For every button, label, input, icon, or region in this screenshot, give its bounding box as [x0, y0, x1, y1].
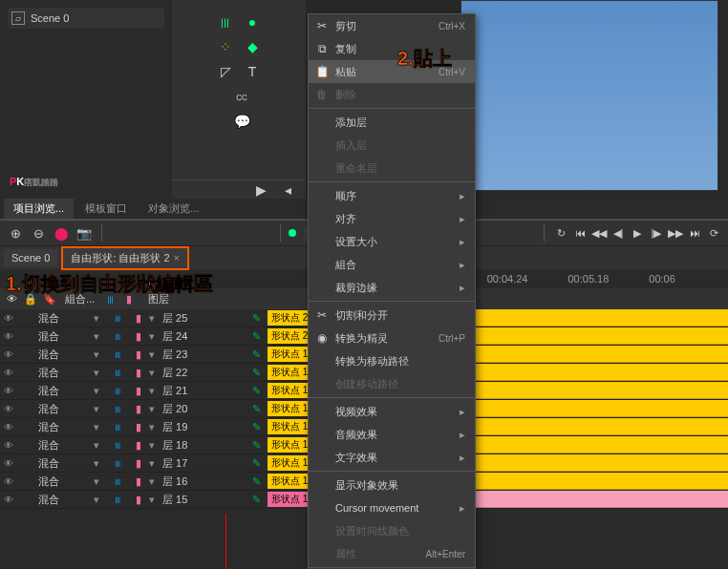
menu-crop-edges[interactable]: 裁剪边缘▸ [309, 276, 475, 299]
diamond-tool-icon[interactable]: ◆ [242, 36, 263, 57]
rewind-button[interactable]: ◀◀ [590, 224, 608, 242]
bar-icon[interactable]: ▮ [132, 439, 145, 452]
chevron-down-icon[interactable]: ▾ [90, 475, 103, 488]
eye-icon[interactable]: 👁 [0, 476, 17, 487]
blend-mode[interactable]: 混合 [34, 402, 90, 416]
tab-project[interactable]: 项目浏览... [4, 199, 74, 219]
bar-icon[interactable]: ▮ [132, 385, 145, 397]
menu-delete[interactable]: 🗑删除 [309, 83, 475, 106]
blend-mode[interactable]: 混合 [34, 329, 90, 344]
menu-split[interactable]: ✂切割和分开 [309, 304, 475, 327]
chevron-down-icon[interactable]: ▾ [145, 475, 159, 488]
eye-icon[interactable]: 👁 [0, 495, 17, 505]
wave-icon[interactable]: ⫼ [103, 368, 132, 377]
loop-button[interactable]: ↻ [552, 224, 569, 242]
chat-tool-icon[interactable]: 💬 [231, 111, 252, 132]
chevron-down-icon[interactable]: ▾ [90, 330, 103, 343]
menu-video-fx[interactable]: 视频效果▸ [309, 400, 475, 423]
eye-icon[interactable]: 👁 [0, 422, 17, 432]
eye-icon[interactable]: 👁 [0, 440, 17, 451]
chevron-down-icon[interactable]: ▾ [145, 494, 159, 506]
chevron-down-icon[interactable]: ▾ [145, 348, 159, 361]
chevron-down-icon[interactable]: ▾ [90, 312, 103, 325]
menu-text-fx[interactable]: 文字效果▸ [309, 446, 475, 469]
chevron-down-icon[interactable]: ▾ [90, 367, 103, 379]
menu-rename-layer[interactable]: 重命名层 [309, 157, 475, 179]
wave-icon[interactable]: ⫼ [103, 386, 132, 395]
step-fwd-button[interactable]: |▶ [648, 224, 665, 242]
menu-insert-layer[interactable]: 插入层 [309, 134, 475, 157]
menu-to-path[interactable]: 转换为移动路径 [309, 349, 475, 372]
record-button[interactable]: ⬤ [52, 223, 71, 242]
equalizer-icon[interactable]: ⫼ [215, 11, 236, 32]
menu-audio-fx[interactable]: 音频效果▸ [309, 423, 475, 446]
bar-icon[interactable]: ▮ [132, 457, 145, 470]
blend-mode[interactable]: 混合 [34, 366, 90, 380]
blend-mode[interactable]: 混合 [34, 438, 90, 453]
blend-mode[interactable]: 混合 [34, 311, 90, 326]
remove-button[interactable]: ⊖ [29, 223, 48, 242]
bar-icon[interactable]: ▮ [132, 421, 145, 433]
bar-icon[interactable]: ▮ [132, 312, 145, 325]
bar-icon[interactable]: ▮ [132, 330, 145, 343]
chevron-down-icon[interactable]: ▾ [145, 457, 159, 470]
scene-tab-0[interactable]: Scene 0 [4, 249, 57, 266]
menu-create-path[interactable]: 创建移动路径 [309, 372, 475, 395]
wave-icon[interactable]: ⫼ [103, 349, 132, 359]
play-button[interactable]: ▶ [629, 224, 646, 242]
blend-mode[interactable]: 混合 [34, 456, 90, 471]
tab-template[interactable]: 模板窗口 [75, 199, 137, 219]
bar-icon[interactable]: ▮ [132, 348, 145, 361]
blend-mode[interactable]: 混合 [34, 348, 90, 362]
bar-icon[interactable]: ▮ [132, 403, 145, 415]
close-icon[interactable]: × [174, 253, 180, 263]
blend-mode[interactable]: 混合 [34, 384, 90, 398]
chevron-down-icon[interactable]: ▾ [90, 457, 103, 470]
menu-to-sprite[interactable]: ◉转换为精灵Ctrl+P [309, 327, 475, 349]
triangle-icon[interactable]: ◸ [215, 61, 236, 82]
chevron-down-icon[interactable]: ▾ [90, 403, 103, 415]
bar-icon[interactable]: ▮ [132, 475, 145, 488]
bar-icon[interactable]: ▮ [132, 494, 145, 506]
chevron-left-icon[interactable]: ◂ [277, 179, 298, 200]
step-back-button[interactable]: ◀| [610, 224, 627, 242]
menu-combine[interactable]: 組合▸ [309, 253, 475, 276]
menu-properties[interactable]: 属性Alt+Enter [309, 542, 475, 565]
chevron-down-icon[interactable]: ▾ [145, 439, 159, 452]
eye-icon[interactable]: 👁 [0, 386, 17, 396]
scene-tab-freeform[interactable]: 自由形状: 自由形状 2 × [61, 246, 188, 270]
skip-end-button[interactable]: ⏭ [686, 224, 703, 242]
wave-icon[interactable]: ⫼ [103, 313, 132, 323]
wave-icon[interactable]: ⫼ [103, 440, 132, 450]
menu-cursor[interactable]: Cursor movement▸ [309, 496, 475, 519]
menu-cut[interactable]: ✂剪切Ctrl+X [309, 14, 475, 37]
wave-icon[interactable]: ⫼ [103, 458, 132, 468]
eye-icon[interactable]: 👁 [0, 404, 17, 414]
menu-show-fx[interactable]: 显示对象效果 [309, 474, 475, 496]
chevron-down-icon[interactable]: ▾ [90, 348, 103, 361]
skip-start-button[interactable]: ⏮ [571, 224, 589, 242]
blend-mode[interactable]: 混合 [34, 493, 90, 507]
add-button[interactable]: ⊕ [6, 223, 25, 242]
chevron-down-icon[interactable]: ▾ [90, 385, 103, 397]
text-tool-icon[interactable]: T [242, 61, 263, 82]
chevron-down-icon[interactable]: ▾ [145, 312, 159, 325]
scene-item[interactable]: ▱ Scene 0 [8, 8, 164, 29]
tab-object[interactable]: 对象浏览... [139, 199, 208, 219]
eye-icon[interactable]: 👁 [0, 313, 17, 324]
dots-icon[interactable]: ⁘ [215, 36, 236, 57]
menu-align[interactable]: 对齐▸ [309, 207, 475, 230]
chevron-down-icon[interactable]: ▾ [90, 494, 103, 506]
chevron-down-icon[interactable]: ▾ [90, 439, 103, 452]
chevron-down-icon[interactable]: ▾ [145, 421, 159, 433]
eye-icon[interactable]: 👁 [0, 368, 17, 378]
wave-icon[interactable]: ⫼ [103, 476, 132, 486]
wave-icon[interactable]: ⫼ [103, 422, 132, 432]
menu-order[interactable]: 顺序▸ [309, 184, 475, 207]
loop-toggle-button[interactable]: ⟳ [705, 224, 722, 242]
menu-timeline-color[interactable]: 设置时间线颜色 [309, 519, 475, 542]
wave-icon[interactable]: ⫼ [103, 404, 132, 413]
chevron-down-icon[interactable]: ▾ [145, 385, 159, 397]
eye-icon[interactable]: 👁 [0, 331, 17, 342]
wave-icon[interactable]: ⫼ [103, 495, 132, 504]
